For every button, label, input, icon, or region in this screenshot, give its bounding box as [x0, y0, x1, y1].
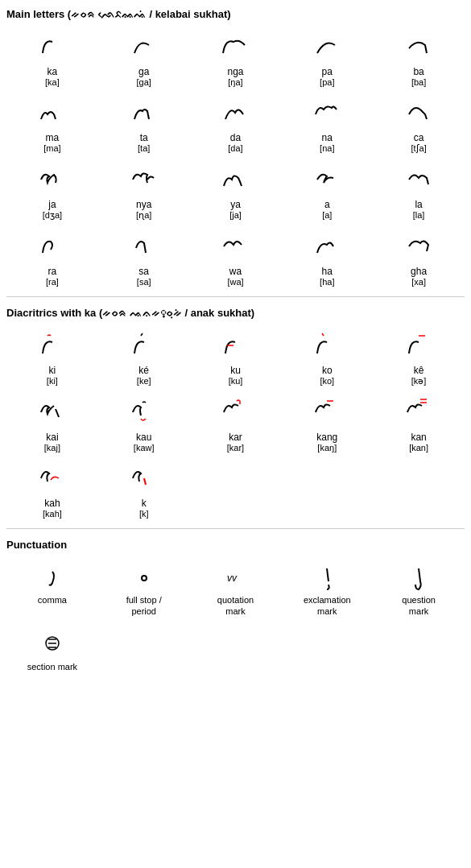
punct-question: questionmark — [373, 557, 465, 619]
punct-section: section mark — [6, 624, 98, 674]
letter-a: a [a] — [281, 160, 373, 222]
punct-quotation: vv quotationmark — [190, 557, 282, 619]
letter-na: na [na] — [281, 93, 373, 155]
main-letters-grid: ka [ka] ga [ga] nga [ŋa] — [6, 27, 465, 288]
svg-text:vv: vv — [227, 572, 238, 584]
punctuation-grid: comma full stop /period vv quotationmark — [6, 557, 465, 674]
divider-1 — [6, 296, 465, 297]
diacritic-ke-acute: ké [ke] — [98, 326, 190, 388]
diacritic-kar: kar [kar] — [190, 393, 282, 454]
letter-ha: ha [ha] — [281, 227, 373, 288]
diacritic-kau: kau [kaw] — [98, 393, 190, 454]
diacritic-kah: kah [kah] — [6, 459, 98, 520]
letter-nya: nya [ɳa] — [98, 160, 190, 222]
letter-pa: pa [pa] — [281, 27, 373, 89]
svg-line-6 — [144, 478, 146, 485]
letter-wa: wa [wa] — [190, 227, 282, 288]
diacritic-ki: ki [ki] — [6, 326, 98, 388]
diacritic-kang: kang [kaŋ] — [281, 393, 373, 454]
main-letters-title: Main letters (ᨀᨔᨑ ᨒᨙᨅᨐᨕᨗ / kelabai sukha… — [6, 8, 465, 21]
letter-ma: ma [ma] — [6, 93, 98, 155]
letter-gha: gha [xa] — [373, 227, 465, 288]
diacritic-kan: kan [kan] — [373, 393, 465, 454]
divider-2 — [6, 528, 465, 529]
diacritic-ko: ko [ko] — [281, 326, 373, 388]
letter-nga: nga [ŋa] — [190, 27, 282, 89]
punct-fullstop: full stop /period — [98, 557, 190, 619]
letter-ra: ra [ra] — [6, 227, 98, 288]
letter-ya: ya [ja] — [190, 160, 282, 222]
letter-ta: ta [ta] — [98, 93, 190, 155]
letter-ca: ca [tʃa] — [373, 93, 465, 155]
diacritic-ku: ku [ku] — [190, 326, 282, 388]
letter-la: la [la] — [373, 160, 465, 222]
punctuation-title: Punctuation — [6, 539, 465, 551]
svg-line-2 — [56, 409, 59, 417]
punct-comma: comma — [6, 557, 98, 619]
diacritics-title: Diacritrics with ka (ᨀᨔᨑ ᨕᨊᨀ᩠ᨔᨘᨀᨗ / anak… — [6, 307, 465, 320]
letter-ba: ba [ba] — [373, 27, 465, 89]
diacritic-kai: kai [kaj] — [6, 393, 98, 454]
letter-ga: ga [ga] — [98, 27, 190, 89]
letter-sa: sa [sa] — [98, 227, 190, 288]
letter-ja: ja [dʒa] — [6, 160, 98, 222]
diacritic-k: k [k] — [98, 459, 190, 520]
punct-exclamation: exclamationmark — [281, 557, 373, 619]
diacritic-ke-circumflex: kê [kə] — [373, 326, 465, 388]
svg-point-7 — [142, 576, 147, 581]
page-container: Main letters (ᨀᨔᨑ ᨒᨙᨅᨐᨕᨗ / kelabai sukha… — [6, 8, 465, 674]
letter-da: da [da] — [190, 93, 282, 155]
diacritics-grid: ki [ki] ké [ke] ku [ku] — [6, 326, 465, 520]
letter-ka: ka [ka] — [6, 27, 98, 89]
